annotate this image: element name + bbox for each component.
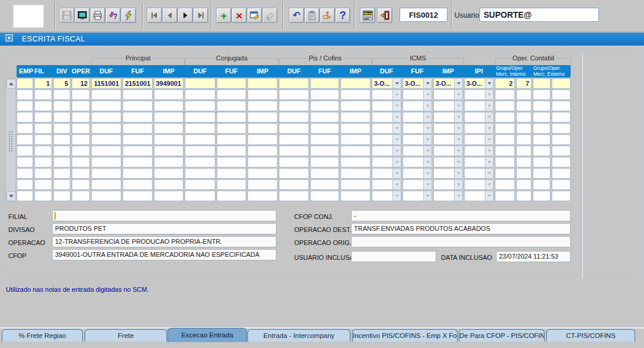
grid-cell-icms_imp[interactable] bbox=[433, 134, 463, 145]
grid-cell-c_fuf[interactable] bbox=[217, 179, 246, 190]
dropdown-button[interactable] bbox=[423, 124, 432, 133]
grid-cell-div[interactable] bbox=[53, 101, 70, 111]
grid-cell-emp[interactable] bbox=[17, 112, 33, 123]
program-code-field[interactable]: FIS0012 bbox=[400, 8, 447, 22]
tab-ct-pis-cofins[interactable]: CT-PIS/COFINS bbox=[546, 329, 635, 341]
grid-cell-p_imp[interactable] bbox=[154, 101, 183, 111]
dropdown-button[interactable] bbox=[485, 79, 493, 88]
dropdown-button[interactable] bbox=[454, 180, 462, 189]
edit-window-button[interactable] bbox=[247, 8, 262, 23]
grid-cell-pc_duf[interactable] bbox=[279, 78, 309, 89]
grid-cell-p_fuf[interactable] bbox=[123, 123, 153, 134]
grid-cell-icms_fuf[interactable] bbox=[402, 179, 432, 190]
grid-cell-emp[interactable] bbox=[17, 191, 33, 201]
grid-cell-icms_fuf[interactable] bbox=[402, 146, 432, 156]
dropdown-button[interactable] bbox=[454, 157, 462, 167]
grid-cell-icms_duf[interactable] bbox=[372, 101, 401, 111]
dropdown-button[interactable] bbox=[392, 146, 401, 156]
grid-cell-emp[interactable] bbox=[17, 179, 33, 190]
grid-cell-gi_oper[interactable] bbox=[516, 123, 532, 134]
grid-cell-gi_oper[interactable]: 7 bbox=[516, 78, 532, 89]
grid-cell-pc_fuf[interactable] bbox=[310, 134, 339, 145]
grid-cell-icms_duf[interactable] bbox=[372, 89, 401, 100]
grid-cell-c_imp[interactable] bbox=[247, 146, 278, 156]
grid-cell-icms_duf[interactable] bbox=[372, 191, 401, 201]
dropdown-button[interactable] bbox=[485, 169, 493, 178]
grid-cell-icms_fuf[interactable] bbox=[402, 89, 432, 100]
grid-cell-c_imp[interactable] bbox=[247, 112, 278, 123]
grid-cell-pc_fuf[interactable] bbox=[310, 89, 339, 100]
grid-cell-ge_grupo[interactable] bbox=[533, 191, 550, 201]
grid-cell-gi_grupo[interactable] bbox=[495, 101, 515, 111]
grid-cell-div[interactable] bbox=[53, 179, 70, 190]
dropdown-button[interactable] bbox=[485, 101, 493, 111]
undo-button[interactable]: ↶ bbox=[289, 8, 304, 23]
grid-cell-pc_duf[interactable] bbox=[279, 101, 309, 111]
dropdown-button[interactable] bbox=[392, 180, 401, 189]
grid-cell-pc_duf[interactable] bbox=[279, 123, 309, 134]
grid-cell-icms_imp[interactable] bbox=[433, 191, 463, 201]
cfop-field[interactable]: 3949001-OUTRA ENTRADA DE MERCADORIA NAO … bbox=[52, 249, 276, 260]
grid-cell-icms_imp[interactable]: 3-O... bbox=[433, 78, 463, 89]
grid-cell-pc_imp[interactable] bbox=[340, 112, 371, 123]
grid-cell-c_fuf[interactable] bbox=[217, 123, 246, 134]
grid-cell-ge_oper[interactable] bbox=[552, 191, 571, 201]
grid-cell-pc_imp[interactable] bbox=[340, 78, 371, 89]
grid-cell-c_duf[interactable] bbox=[185, 146, 215, 156]
add-record-button[interactable]: + bbox=[216, 8, 231, 23]
grid-cell-icms_fuf[interactable]: 3-O... bbox=[402, 78, 432, 89]
grid-cell-pc_fuf[interactable] bbox=[310, 101, 339, 111]
filial-field[interactable] bbox=[52, 210, 276, 221]
execute-button[interactable] bbox=[121, 8, 136, 23]
grid-cell-p_imp[interactable] bbox=[154, 123, 183, 134]
help-button[interactable]: ? bbox=[335, 8, 350, 23]
grid-cell-gi_grupo[interactable] bbox=[495, 191, 515, 201]
tab-frete[interactable]: Frete bbox=[85, 329, 167, 341]
dropdown-button[interactable] bbox=[485, 180, 493, 189]
grid-cell-p_imp[interactable] bbox=[154, 134, 183, 145]
grid-cell-c_duf[interactable] bbox=[185, 123, 215, 134]
grid-cell-icms_fuf[interactable] bbox=[402, 123, 432, 134]
grid-cell-emp[interactable] bbox=[17, 101, 33, 111]
grid-cell-p_fuf[interactable] bbox=[123, 179, 153, 190]
grid-cell-p_fuf[interactable] bbox=[123, 168, 153, 179]
grid-cell-c_fuf[interactable] bbox=[217, 157, 246, 167]
grid-cell-ge_oper[interactable] bbox=[552, 78, 571, 89]
grid-cell-p_fuf[interactable] bbox=[123, 146, 153, 156]
grid-cell-div[interactable] bbox=[53, 168, 70, 179]
grid-cell-oper[interactable] bbox=[72, 168, 90, 179]
grid-cell-p_fuf[interactable] bbox=[123, 101, 153, 111]
dropdown-button[interactable] bbox=[423, 79, 432, 88]
grid-cell-c_fuf[interactable] bbox=[217, 89, 246, 100]
grid-cell-c_imp[interactable] bbox=[247, 101, 278, 111]
grid-cell-c_duf[interactable] bbox=[185, 179, 215, 190]
dropdown-button[interactable] bbox=[454, 135, 462, 144]
grid-cell-fil[interactable]: 1 bbox=[34, 78, 52, 89]
grid-cell-icms_imp[interactable] bbox=[433, 112, 463, 123]
grid-cell-pc_imp[interactable] bbox=[340, 191, 371, 201]
grid-cell-icms_duf[interactable] bbox=[372, 146, 401, 156]
grid-cell-pc_imp[interactable] bbox=[340, 89, 371, 100]
grid-cell-p_duf[interactable] bbox=[91, 179, 121, 190]
grid-cell-pc_fuf[interactable] bbox=[310, 168, 339, 179]
grid-cell-oper[interactable] bbox=[72, 157, 90, 167]
grid-cell-p_duf[interactable] bbox=[91, 168, 121, 179]
grid-cell-gi_grupo[interactable] bbox=[495, 179, 515, 190]
grid-cell-icms_imp[interactable] bbox=[433, 146, 463, 156]
last-record-button[interactable] bbox=[193, 8, 208, 23]
grid-cell-p_fuf[interactable] bbox=[123, 191, 153, 201]
grid-cell-oper[interactable] bbox=[72, 191, 90, 201]
grid-cell-pc_imp[interactable] bbox=[340, 168, 371, 179]
grid-cell-ge_oper[interactable] bbox=[552, 101, 571, 111]
grid-cell-p_duf[interactable] bbox=[91, 123, 121, 134]
grid-cell-c_duf[interactable] bbox=[185, 89, 215, 100]
grid-cell-ipi[interactable] bbox=[464, 134, 494, 145]
grid-cell-fil[interactable] bbox=[34, 191, 52, 201]
grid-cell-emp[interactable] bbox=[17, 123, 33, 134]
grid-cell-gi_oper[interactable] bbox=[516, 191, 532, 201]
dropdown-button[interactable] bbox=[485, 90, 493, 99]
tab-excecao-entrada[interactable]: Excecao Entrada bbox=[168, 328, 247, 342]
grid-cell-oper[interactable] bbox=[72, 101, 90, 111]
next-record-button[interactable] bbox=[178, 8, 193, 23]
grid-cell-fil[interactable] bbox=[34, 89, 52, 100]
